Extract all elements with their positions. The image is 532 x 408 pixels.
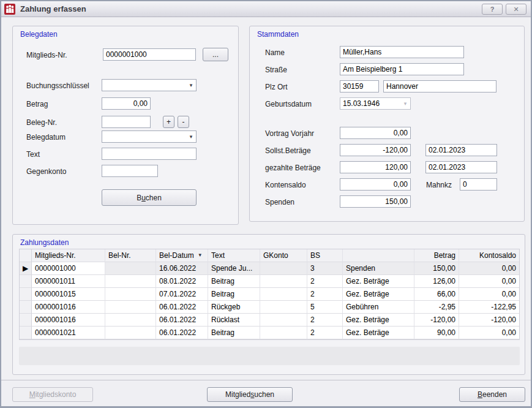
cell-text[interactable]: Beitrag [208,327,260,339]
cell-betrag[interactable]: 66,00 [414,288,459,301]
mitglied-suchen-button[interactable]: Mitglied suchen [207,387,293,402]
cell-betrag[interactable]: 126,00 [414,275,459,288]
mitglieds-nr-browse-button[interactable]: ... [203,48,228,61]
cell-bel-nr[interactable] [105,288,156,301]
title-bar[interactable]: Zahlung erfassen ? ✕ [1,1,531,17]
row-indicator-icon[interactable] [20,327,32,339]
table-row[interactable]: 0000001016 06.01.2022 Rückgeb 5 Gebühren… [20,301,519,314]
close-icon[interactable]: ✕ [506,4,526,15]
spenden-input[interactable] [340,195,411,208]
betrag-input[interactable] [102,97,151,110]
cell-gkonto[interactable] [260,262,307,275]
cell-bel-datum[interactable]: 16.06.2022 [156,262,208,275]
table-row[interactable]: ▶ 0000001000 16.06.2022 Spende Ju... 3 S… [20,262,519,275]
cell-bs[interactable]: 2 [307,288,343,301]
cell-bel-nr[interactable] [105,301,156,314]
cell-bs[interactable]: 2 [307,314,343,327]
ort-input[interactable] [383,80,496,93]
row-indicator-icon[interactable] [20,288,32,301]
gezahlte-betraege-date-input[interactable] [425,161,497,173]
kontensaldo-input[interactable] [340,178,411,191]
cell-text[interactable]: Beitrag [208,275,260,288]
cell-bs-text[interactable]: Gez. Beträge [343,275,414,288]
cell-bel-datum[interactable]: 07.01.2022 [156,288,208,301]
cell-mitglieds-nr[interactable]: 0000001016 [32,301,105,314]
sollst-betraege-date-input[interactable] [425,144,497,156]
beleg-nr-decrement-button[interactable]: - [178,116,189,128]
cell-text[interactable]: Beitrag [208,288,260,301]
row-indicator-icon[interactable] [20,275,32,288]
text-input[interactable] [102,148,197,160]
cell-kontosaldo[interactable]: -120,00 [459,314,519,327]
beleg-nr-input[interactable] [102,116,151,128]
cell-gkonto[interactable] [260,288,307,301]
cell-kontosaldo[interactable]: 0,00 [459,327,519,339]
cell-bs-text[interactable]: Spenden [343,262,414,275]
buchungsschluessel-select[interactable]: ▾ [102,79,197,91]
cell-mitglieds-nr[interactable]: 0000001011 [32,275,105,288]
row-indicator-icon[interactable] [20,314,32,327]
cell-bs-text[interactable]: Gebühren [343,301,414,314]
chevron-down-icon[interactable]: ▾ [186,82,196,88]
sollst-betraege-input[interactable] [340,144,411,156]
cell-bel-nr[interactable] [105,275,156,288]
strasse-input[interactable] [340,63,464,75]
header-bs[interactable]: BS [307,249,343,262]
row-indicator-icon[interactable]: ▶ [20,262,32,275]
cell-kontosaldo[interactable]: 0,00 [459,275,519,288]
header-bs-text[interactable] [343,249,414,262]
beleg-nr-increment-button[interactable]: + [163,116,174,128]
header-text[interactable]: Text [208,249,260,262]
header-bel-nr[interactable]: Bel-Nr. [105,249,156,262]
cell-mitglieds-nr[interactable]: 0000001016 [32,314,105,327]
table-row[interactable]: 0000001021 06.01.2022 Beitrag 2 Gez. Bet… [20,327,519,339]
row-indicator-icon[interactable] [20,301,32,314]
plz-input[interactable] [340,80,379,93]
beenden-button[interactable]: Beenden [459,387,525,402]
cell-bel-nr[interactable] [105,327,156,339]
cell-bs[interactable]: 2 [307,327,343,339]
gegenkonto-input[interactable] [102,165,158,177]
cell-mitglieds-nr[interactable]: 0000001015 [32,288,105,301]
cell-bel-datum[interactable]: 06.01.2022 [156,327,208,339]
name-input[interactable] [340,46,464,58]
cell-gkonto[interactable] [260,314,307,327]
chevron-down-icon[interactable]: ▾ [186,134,196,140]
cell-betrag[interactable]: -120,00 [414,314,459,327]
cell-kontosaldo[interactable]: -122,95 [459,301,519,314]
cell-gkonto[interactable] [260,327,307,339]
buchen-button[interactable]: Buchen [102,189,197,206]
cell-text[interactable]: Rücklast [208,314,260,327]
cell-bs[interactable]: 2 [307,275,343,288]
cell-bel-nr[interactable] [105,314,156,327]
cell-bs-text[interactable]: Gez. Beträge [343,314,414,327]
cell-bel-datum[interactable]: 06.01.2022 [156,301,208,314]
cell-gkonto[interactable] [260,301,307,314]
header-mitglieds-nr[interactable]: Mitglieds-Nr. [32,249,105,262]
cell-text[interactable]: Rückgeb [208,301,260,314]
cell-mitglieds-nr[interactable]: 0000001000 [32,262,105,275]
cell-kontosaldo[interactable]: 0,00 [459,262,519,275]
vortrag-vorjahr-input[interactable] [340,127,411,139]
geburtsdatum-select[interactable]: 15.03.1946 ▾ [340,97,411,110]
cell-mitglieds-nr[interactable]: 0000001021 [32,327,105,339]
help-button[interactable]: ? [482,4,503,15]
gezahlte-betraege-input[interactable] [340,161,411,173]
cell-kontosaldo[interactable]: 0,00 [459,288,519,301]
table-row[interactable]: 0000001016 06.01.2022 Rücklast 2 Gez. Be… [20,314,519,327]
cell-bs-text[interactable]: Gez. Beträge [343,327,414,339]
belegdatum-select[interactable]: ▾ [102,130,197,143]
cell-text[interactable]: Spende Ju... [208,262,260,275]
cell-bel-nr[interactable] [105,262,156,275]
cell-bs[interactable]: 5 [307,301,343,314]
header-betrag[interactable]: Betrag [414,249,459,262]
table-row[interactable]: 0000001015 07.01.2022 Beitrag 2 Gez. Bet… [20,288,519,301]
header-bel-datum[interactable]: Bel-Datum▼ [156,249,208,262]
header-gkonto[interactable]: GKonto [260,249,307,262]
table-row[interactable]: 0000001011 08.01.2022 Beitrag 2 Gez. Bet… [20,275,519,288]
mitglieds-nr-input[interactable] [103,48,196,61]
cell-bel-datum[interactable]: 06.01.2022 [156,314,208,327]
cell-betrag[interactable]: 90,00 [414,327,459,339]
mahnkz-input[interactable] [460,178,497,191]
mitgliedskonto-button[interactable]: Mitgliedskonto [12,387,93,402]
